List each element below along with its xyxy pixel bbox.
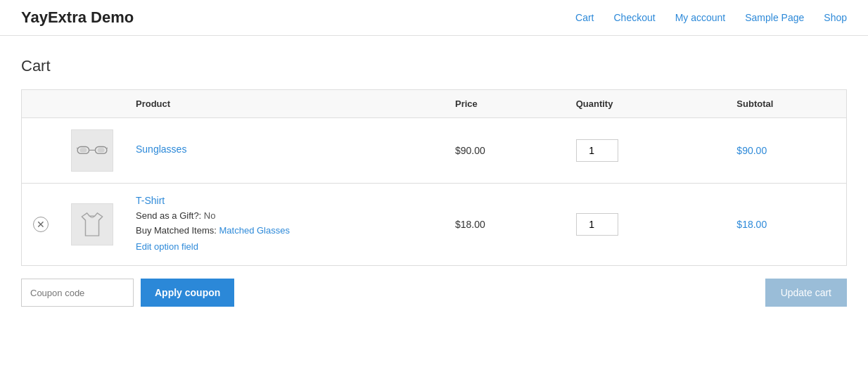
table-row: Sunglasses $90.00 $90.00 (22, 118, 847, 184)
col-subtotal-header: Subtotal (725, 90, 846, 118)
remove-button-tshirt[interactable]: ✕ (33, 217, 49, 232)
meta-gift-value: No (204, 210, 216, 221)
col-remove-header (22, 90, 60, 118)
quantity-cell-tshirt (565, 184, 726, 266)
price-cell-tshirt: $18.00 (444, 184, 565, 266)
quantity-input-tshirt[interactable] (576, 213, 618, 236)
col-thumb-header (60, 90, 125, 118)
product-name-cell-sunglasses: Sunglasses (125, 118, 444, 184)
coupon-section: Apply coupon (21, 279, 234, 307)
coupon-input[interactable] (21, 279, 134, 307)
col-price-header: Price (444, 90, 565, 118)
site-title: YayExtra Demo (21, 8, 134, 27)
remove-cell-sunglasses (22, 118, 60, 184)
main-content: Cart Product Price Quantity Subtotal (0, 36, 868, 328)
nav-checkout[interactable]: Checkout (613, 12, 655, 23)
col-product-header: Product (125, 90, 444, 118)
nav-my-account[interactable]: My account (675, 12, 726, 23)
product-name-cell-tshirt: T-Shirt Send as a Gift?: No Buy Matched … (125, 184, 444, 266)
sunglasses-image (77, 135, 108, 166)
meta-gift: Send as a Gift?: No (136, 209, 433, 224)
svg-rect-5 (79, 148, 87, 153)
site-header: YayExtra Demo Cart Checkout My account S… (0, 0, 868, 36)
product-thumbnail-tshirt (60, 184, 125, 266)
meta-matched-value: Matched Glasses (219, 225, 290, 236)
cart-table: Product Price Quantity Subtotal (21, 89, 847, 266)
svg-rect-6 (98, 148, 105, 153)
product-link-tshirt[interactable]: T-Shirt (136, 195, 433, 206)
subtotal-cell-tshirt: $18.00 (725, 184, 846, 266)
meta-gift-label: Send as a Gift?: (136, 210, 204, 221)
coupon-row: Apply coupon Update cart (21, 267, 847, 307)
remove-cell-tshirt: ✕ (22, 184, 60, 266)
nav-sample-page[interactable]: Sample Page (745, 12, 804, 23)
product-link-sunglasses[interactable]: Sunglasses (136, 143, 433, 155)
meta-matched: Buy Matched Items: Matched Glasses (136, 224, 433, 238)
update-cart-button[interactable]: Update cart (765, 279, 847, 307)
product-thumbnail-sunglasses (60, 118, 125, 184)
svg-line-4 (107, 148, 108, 148)
quantity-cell-sunglasses (565, 118, 726, 184)
nav-cart[interactable]: Cart (575, 12, 594, 23)
product-meta-tshirt: Send as a Gift?: No Buy Matched Items: M… (136, 209, 433, 254)
quantity-input-sunglasses[interactable] (576, 139, 618, 162)
apply-coupon-button[interactable]: Apply coupon (141, 279, 234, 307)
page-title: Cart (21, 57, 847, 75)
table-row: ✕ T-Shirt Send as a Gift? (22, 184, 847, 266)
col-quantity-header: Quantity (565, 90, 726, 118)
table-header-row: Product Price Quantity Subtotal (22, 90, 847, 118)
subtotal-cell-sunglasses: $90.00 (725, 118, 846, 184)
nav-shop[interactable]: Shop (824, 12, 847, 23)
main-nav: Cart Checkout My account Sample Page Sho… (575, 12, 847, 23)
tshirt-image (77, 209, 108, 240)
meta-matched-label: Buy Matched Items: (136, 225, 219, 236)
svg-marker-7 (82, 213, 102, 236)
price-cell-sunglasses: $90.00 (444, 118, 565, 184)
edit-option-link[interactable]: Edit option field (136, 240, 433, 255)
svg-line-3 (77, 148, 77, 148)
